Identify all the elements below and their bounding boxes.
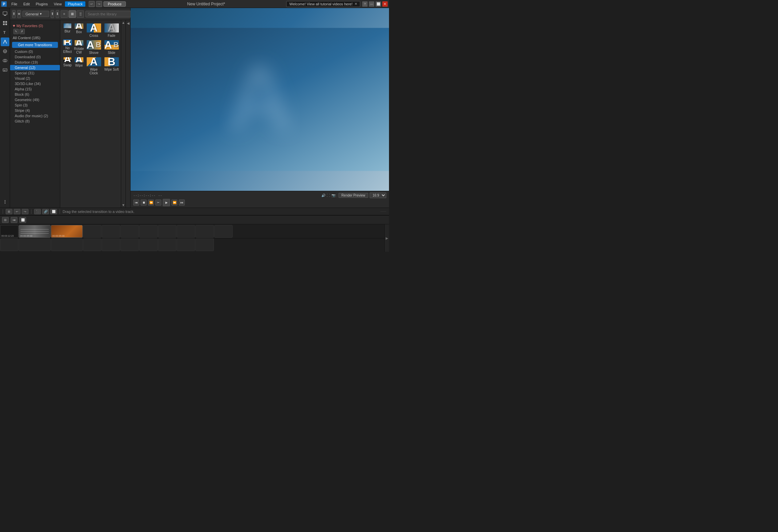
category-dropdown[interactable]: General ▾: [22, 11, 49, 17]
clip-empty-8: [214, 225, 233, 238]
close-btn[interactable]: ✕: [382, 1, 388, 7]
more-icon-btn[interactable]: [1, 198, 9, 206]
export-button[interactable]: ⬆: [51, 10, 54, 18]
cat-spin[interactable]: Spin (3): [10, 102, 60, 108]
text-icon-btn[interactable]: T: [1, 28, 9, 37]
cat-downloaded[interactable]: Downloaded (0): [10, 54, 60, 60]
cat-visual[interactable]: Visual (2): [10, 76, 60, 81]
transition-wipe-thumb: A: [74, 57, 84, 63]
cat-alpha[interactable]: Alpha (15): [10, 86, 60, 92]
cat-audio[interactable]: Audio (for music) (2): [10, 113, 60, 119]
status-drag-handle[interactable]: ⋯⋯: [380, 210, 386, 213]
transition-cross[interactable]: A Cross: [86, 23, 102, 37]
cat-special[interactable]: Special (31): [10, 70, 60, 76]
transition-fade[interactable]: A Fade: [104, 23, 120, 37]
produce-button[interactable]: Produce: [103, 1, 126, 7]
fav-edit-btn[interactable]: ✎: [13, 29, 19, 34]
grid-view-btn[interactable]: ⊞: [69, 10, 76, 18]
cat-distortion[interactable]: Distortion (19): [10, 60, 60, 65]
tl-home[interactable]: ⏮: [11, 217, 17, 223]
cat-block[interactable]: Block (6): [10, 92, 60, 97]
panel-collapse-arrow[interactable]: ◀: [126, 20, 130, 208]
undo-btn[interactable]: ↩: [89, 1, 95, 7]
menu-playback[interactable]: Playback: [65, 1, 85, 7]
transition-wipeclock-thumb: A: [86, 57, 102, 67]
template-icon-btn[interactable]: [1, 19, 9, 27]
snap-btn[interactable]: ⊞: [6, 209, 12, 214]
fav-delete-btn[interactable]: ✗: [19, 29, 25, 34]
transition-wipesoft-label: Wipe Soft: [104, 68, 119, 71]
link-btn[interactable]: 🔗: [42, 209, 49, 214]
redo-btn[interactable]: ↪: [96, 1, 102, 7]
status-buttons: ⊞ ↩ ↪: [6, 209, 28, 214]
minimize-btn[interactable]: —: [369, 1, 374, 7]
audio-clip-3: [51, 238, 83, 251]
menu-view[interactable]: View: [51, 1, 65, 7]
volume-icon: 🔊: [321, 194, 325, 197]
tl-zoom-in[interactable]: ⊞: [2, 217, 9, 223]
transition-blur[interactable]: A Blur: [63, 23, 72, 37]
favorite-button[interactable]: ★: [17, 10, 21, 18]
transition-rotatecw[interactable]: A Rotate CW: [74, 40, 84, 54]
import-button[interactable]: ⬆: [12, 10, 16, 18]
undo-status-btn[interactable]: ↩: [14, 209, 20, 214]
transition-swap[interactable]: A Swap: [63, 57, 72, 75]
clip-canyon[interactable]: 00:00:05:00: [51, 225, 83, 238]
menu-file[interactable]: File: [9, 1, 20, 7]
timeline: ⊞ ⏮ ⬜ 00:03:12:23: [0, 215, 389, 252]
render-preview-button[interactable]: Render Preview: [338, 193, 368, 198]
overlay-icon-btn[interactable]: [1, 56, 9, 65]
grid-scroll-up[interactable]: ▲: [121, 20, 126, 114]
export2-button[interactable]: ⬇: [56, 10, 59, 18]
cat-general[interactable]: General (12): [10, 65, 60, 70]
step-back-btn[interactable]: ⏪: [148, 200, 154, 206]
library-content: ♥ My Favorites (0) ✎ ✗ All Content (185)…: [10, 20, 130, 208]
play-end-btn[interactable]: ⏭: [179, 200, 185, 206]
cat-geometric[interactable]: Geometric (49): [10, 97, 60, 102]
effects-icon-btn[interactable]: [1, 47, 9, 56]
media-icon-btn[interactable]: [1, 9, 9, 18]
transition-slide-label: Slide: [108, 51, 115, 55]
transition-slide[interactable]: A B Slide: [104, 40, 120, 54]
transition-wipeclock-label: Wipe Clock: [86, 68, 102, 75]
clip-road[interactable]: 00:00:05:00: [19, 225, 51, 238]
list-view-btn[interactable]: ≡: [61, 10, 68, 18]
tl-expand[interactable]: ⬜: [19, 217, 26, 223]
all-content-item[interactable]: All Content (185): [10, 35, 60, 41]
step-fwd-btn[interactable]: ⏩: [171, 200, 177, 206]
track-btn[interactable]: ⬛: [34, 209, 41, 214]
menu-edit[interactable]: Edit: [21, 1, 32, 7]
fav-edit-icons: ✎ ✗: [13, 29, 57, 34]
transition-box[interactable]: A Box: [74, 23, 84, 37]
cat-3d[interactable]: 3D/3D-Like (34): [10, 81, 60, 86]
cat-stripe[interactable]: Stripe (4): [10, 108, 60, 113]
transition-wipesoft[interactable]: B Wipe Soft: [104, 57, 120, 75]
grid-large-view-btn[interactable]: ⣿: [77, 10, 84, 18]
transition-wipe[interactable]: A Wipe: [74, 57, 84, 75]
caption-icon-btn[interactable]: [1, 66, 9, 74]
welcome-close-icon[interactable]: ✕: [355, 2, 357, 6]
help-btn[interactable]: ?: [362, 1, 368, 7]
favorites-title[interactable]: ♥ My Favorites (0): [13, 23, 57, 28]
maximize-btn[interactable]: ⬜: [376, 1, 381, 7]
get-more-transitions-btn[interactable]: Get more Transitions: [12, 42, 58, 48]
menu-plugins[interactable]: Plugins: [33, 1, 51, 7]
split-btn[interactable]: ✂: [155, 200, 161, 206]
cat-glitch[interactable]: Glitch (8): [10, 119, 60, 124]
clip-dark[interactable]: 00:03:12:23: [0, 225, 18, 238]
redo-status-btn[interactable]: ↪: [22, 209, 28, 214]
search-input[interactable]: [88, 12, 134, 16]
timeline-scroll-right[interactable]: ▶: [384, 224, 389, 252]
transition-wipeclock[interactable]: A Wipe Clock: [86, 57, 102, 75]
cat-custom[interactable]: Custom (0): [10, 49, 60, 54]
transition-noeffect[interactable]: B No Effect: [63, 40, 72, 54]
stop-btn[interactable]: ⏹: [141, 200, 147, 206]
library-panel: ⬆ ★ General ▾ ⬆ ⬇ ≡ ⊞ ⣿ 🔍: [10, 8, 131, 208]
transition-shove[interactable]: A B Shove: [86, 40, 102, 54]
play-start-btn[interactable]: ⏮: [133, 200, 139, 206]
grid-scroll-down[interactable]: ▼: [121, 114, 126, 208]
play-btn[interactable]: ▶: [163, 199, 170, 206]
expand-btn[interactable]: ⬜: [50, 209, 57, 214]
transitions-icon-btn[interactable]: [1, 37, 9, 46]
aspect-ratio-select[interactable]: 16:9: [370, 193, 386, 198]
